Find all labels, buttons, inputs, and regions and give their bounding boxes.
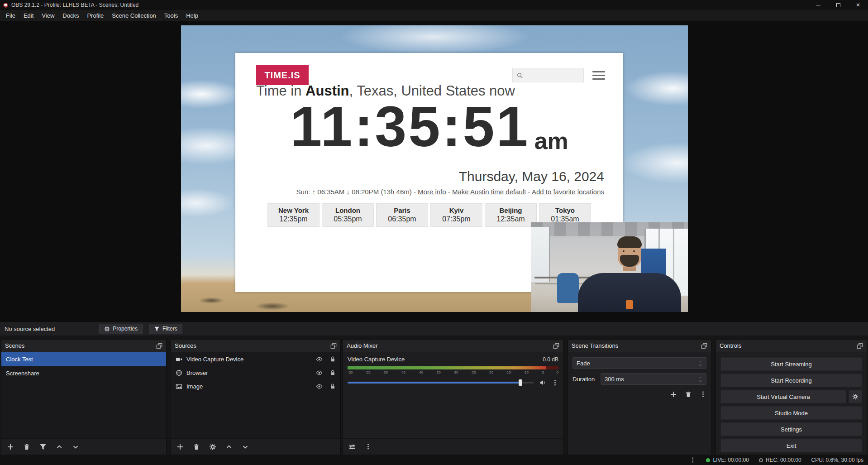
eye-icon[interactable] [316,356,323,363]
live-status: LIVE: 00:00:00 [706,457,749,463]
hamburger-menu-icon [592,71,605,80]
scenes-dock: Scenes Clock Test Screenshare [1,339,167,455]
meter-tick-label: -60 [348,370,353,374]
meter-tick-label: -50 [383,370,388,374]
eye-icon[interactable] [316,369,323,376]
audio-mixer-dock: Audio Mixer Video Capture Device 0.0 dB … [343,339,563,455]
volume-slider[interactable] [348,382,534,384]
menu-view[interactable]: View [38,10,58,21]
move-source-up-button[interactable] [225,443,233,451]
sources-dock-header: Sources [171,340,340,352]
minimize-button[interactable] [808,0,828,10]
volume-handle[interactable] [519,379,522,386]
scene-item-clock-test[interactable]: Clock Test [1,352,166,366]
maximize-button[interactable] [828,0,848,10]
status-bar: LIVE: 00:00:00 REC: 00:00:00 CPU: 0.6%, … [0,455,868,465]
preview-canvas[interactable]: TIME.IS Time in Austin, Texas, United St… [181,25,688,312]
scene-item-screenshare[interactable]: Screenshare [1,366,166,380]
menu-profile[interactable]: Profile [83,10,108,21]
date-text: Thursday, May 16, 2024 [459,169,604,184]
virtual-camera-config-button[interactable] [849,390,862,403]
close-button[interactable]: ✕ [848,0,868,10]
start-recording-button[interactable]: Start Recording [720,374,862,387]
add-source-button[interactable] [176,443,184,451]
add-transition-button[interactable] [670,391,677,398]
lock-icon[interactable] [329,383,336,389]
remove-source-button[interactable] [193,443,200,451]
settings-button[interactable]: Settings [720,422,862,436]
world-clock: Beijing12:35am [485,203,537,227]
camera-icon [176,356,182,363]
source-status-text: No source selected [5,326,55,332]
move-scene-down-button[interactable] [72,443,79,451]
person-eye [623,250,625,252]
select-arrows[interactable] [698,360,702,367]
mixer-options-kebab[interactable] [365,443,372,450]
scene-filters-button[interactable] [39,443,47,451]
menu-edit[interactable]: Edit [19,10,38,21]
world-clock: Paris06:35pm [376,203,428,227]
rec-indicator-icon [759,458,763,462]
filter-icon [154,326,160,332]
source-item-video-capture[interactable]: Video Capture Device [171,352,340,366]
menu-tools[interactable]: Tools [160,10,182,21]
source-item-browser[interactable]: Browser [171,366,340,379]
preview-area: TIME.IS Time in Austin, Texas, United St… [0,21,868,322]
popout-icon[interactable] [857,343,863,349]
popout-icon[interactable] [553,343,559,349]
transition-kebab-menu[interactable] [700,391,706,398]
start-virtual-camera-button[interactable]: Start Virtual Camera [720,390,846,403]
advanced-audio-icon[interactable] [348,443,356,451]
source-item-image[interactable]: Image [171,379,340,393]
menu-file[interactable]: File [2,10,19,21]
studio-mode-button[interactable]: Studio Mode [720,406,862,420]
popout-icon[interactable] [701,343,707,349]
speaker-icon[interactable] [539,379,546,386]
lock-icon[interactable] [329,369,336,376]
source-toolbar: No source selected Properties Filters [0,322,868,336]
menu-docks[interactable]: Docks [58,10,83,21]
mixer-kebab-menu[interactable] [552,379,558,386]
meter-tick-label: -15 [506,370,511,374]
spin-arrows[interactable] [698,376,702,383]
menu-help[interactable]: Help [182,10,202,21]
transitions-title: Scene Transitions [572,342,618,349]
remove-scene-button[interactable] [23,443,30,451]
close-icon: ✕ [856,2,860,8]
exit-button[interactable]: Exit [720,439,862,452]
add-scene-button[interactable] [7,443,14,451]
meter-tick-label: 0 [557,370,558,374]
webcam-overlay [531,222,688,312]
menu-scene-collection[interactable]: Scene Collection [108,10,160,21]
world-clock: Kyiv07:35pm [430,203,482,227]
status-kebab-menu[interactable] [690,457,696,463]
mixer-channel-name: Video Capture Device [348,356,405,363]
timeis-logo: TIME.IS [256,65,309,85]
source-properties-button[interactable] [209,443,216,451]
transition-select[interactable]: Fade [572,357,706,369]
move-scene-up-button[interactable] [56,443,63,451]
move-source-down-button[interactable] [242,443,249,451]
minimize-icon [816,5,820,5]
cpu-fps-stats: CPU: 0.6%, 30.00 fps [811,457,863,463]
duration-spinbox[interactable]: 300 ms [601,373,706,385]
image-icon [176,383,182,390]
popout-icon[interactable] [330,343,337,349]
properties-button[interactable]: Properties [99,324,143,334]
eye-icon[interactable] [316,383,323,390]
chevron-down-icon [698,379,702,383]
chevron-up-icon [698,360,702,363]
volume-meter [348,366,558,369]
menu-bar: File Edit View Docks Profile Scene Colle… [0,10,868,21]
scene-transitions-dock: Scene Transitions Fade Duration 300 ms [568,339,711,455]
transitions-dock-header: Scene Transitions [568,340,711,352]
sources-toolbar [171,438,340,455]
filters-button[interactable]: Filters [149,324,182,334]
lock-icon[interactable] [329,356,336,362]
start-streaming-button[interactable]: Start Streaming [720,357,862,371]
obs-window: OBS 29.1.2 - Profile: LLHLS BETA - Scene… [0,0,868,465]
popout-icon[interactable] [156,343,162,349]
chevron-up-icon [698,376,702,379]
remove-transition-button[interactable] [685,391,692,398]
meter-tick-label: -10 [523,370,529,374]
